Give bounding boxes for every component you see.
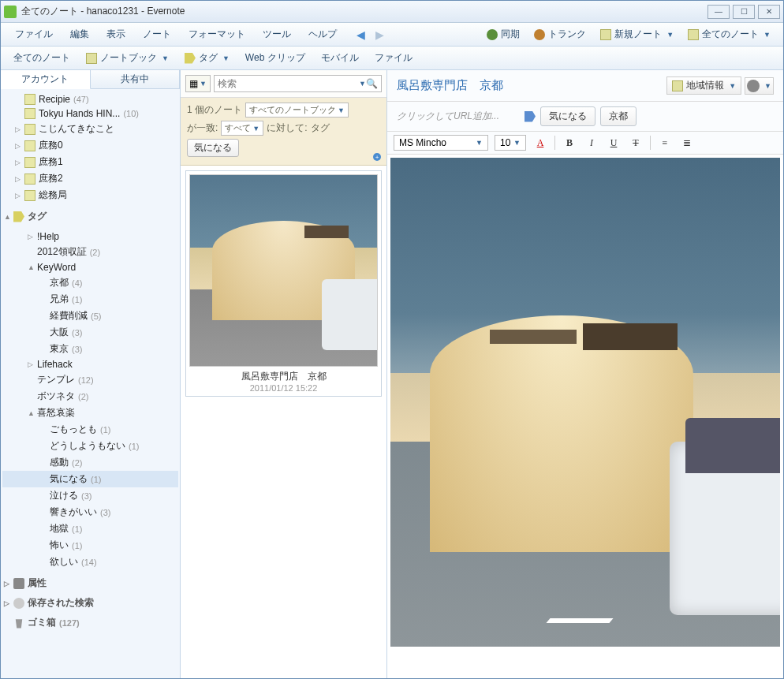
search-input[interactable]: ▼ 🔍 <box>214 75 382 92</box>
tag-item[interactable]: 感動(2) <box>2 454 178 471</box>
font-size-select[interactable]: 10▼ <box>495 135 526 151</box>
all-notes-icon <box>688 29 699 40</box>
menu-edit[interactable]: 編集 <box>62 25 97 43</box>
tag-item[interactable]: 泣ける(3) <box>2 487 178 504</box>
share-button[interactable]: ▼ <box>745 77 774 95</box>
tag-item[interactable]: どうしようもない(1) <box>2 438 178 454</box>
all-notes-button[interactable]: 全てのノート▼ <box>681 25 777 43</box>
tag-item[interactable]: ▲喜怒哀楽 <box>2 405 178 421</box>
notebook-icon <box>24 190 35 201</box>
filter-against-value: タグ <box>311 121 330 135</box>
menu-tools[interactable]: ツール <box>255 25 299 43</box>
font-family-select[interactable]: MS Mincho▼ <box>394 135 488 151</box>
tag-item[interactable]: ごもっとも(1) <box>2 421 178 438</box>
chevron-down-icon[interactable]: ▼ <box>359 80 366 88</box>
tag-item[interactable]: 大阪(3) <box>2 324 178 341</box>
notebook-item[interactable]: ▷総務局 <box>2 187 178 203</box>
note-list-panel: ▦▼ ▼ 🔍 1 個のノート すべてのノートブック▼ が一致: すべて▼ に対し… <box>181 70 387 678</box>
nav-back-icon[interactable]: ◀ <box>353 27 368 43</box>
tag-item[interactable]: ▲KeyWord <box>2 260 178 274</box>
note-tag-chip[interactable]: 気になる <box>540 106 595 126</box>
titlebar: 全てのノート - hanaco1231 - Evernote — ☐ ✕ <box>1 1 783 23</box>
globe-icon <box>747 80 760 92</box>
note-image <box>390 158 780 647</box>
note-title[interactable]: 風呂敷専門店 京都 <box>397 78 663 93</box>
notebook-icon <box>24 173 35 185</box>
filter-against-label: に対して: <box>267 121 307 135</box>
chevron-down-icon: ▼ <box>763 31 771 39</box>
section-tags[interactable]: ▲タグ <box>1 207 180 226</box>
align-button[interactable]: ≡ <box>657 135 673 151</box>
note-card-title: 風呂敷専門店 京都 <box>189 367 378 383</box>
filter-notebook[interactable]: ノートブック▼ <box>80 49 175 67</box>
tag-item[interactable]: 2012領収証(2) <box>2 244 178 260</box>
tab-shared[interactable]: 共有中 <box>91 70 181 88</box>
tag-item[interactable]: 兄弟(1) <box>2 291 178 308</box>
notebook-item[interactable]: ▷庶務0 <box>2 137 178 154</box>
notebook-selector[interactable]: 地域情報▼ <box>666 76 741 95</box>
notebook-item[interactable]: ▷庶務1 <box>2 154 178 170</box>
section-trash[interactable]: ゴミ箱(127) <box>1 613 180 632</box>
notebook-item[interactable]: Tokyu Hands HIN...(10) <box>2 106 178 121</box>
filter-tag-chip[interactable]: 気になる <box>187 139 239 157</box>
menu-help[interactable]: ヘルプ <box>301 25 345 43</box>
note-tag-chip[interactable]: 京都 <box>600 106 637 126</box>
tag-item[interactable]: テンプレ(12) <box>2 371 178 388</box>
note-card[interactable]: 風呂敷専門店 京都 2011/01/12 15:22 <box>185 170 382 397</box>
tag-item[interactable]: 響きがいい(3) <box>2 504 178 520</box>
tag-item[interactable]: 地獄(1) <box>2 520 178 537</box>
font-color-button[interactable]: A <box>532 135 548 151</box>
minimize-button[interactable]: — <box>707 5 730 19</box>
tag-item[interactable]: ボツネタ(2) <box>2 388 178 405</box>
filter-match-select[interactable]: すべて▼ <box>221 121 263 136</box>
tab-account[interactable]: アカウント <box>1 70 91 89</box>
url-field[interactable]: クリックしてURL追加... <box>397 110 499 123</box>
menu-file[interactable]: ファイル <box>7 25 61 43</box>
notebook-item[interactable]: ▷庶務2 <box>2 170 178 187</box>
note-body[interactable] <box>387 155 783 678</box>
close-button[interactable]: ✕ <box>758 5 780 19</box>
list-button[interactable]: ≣ <box>679 135 695 151</box>
bold-button[interactable]: B <box>562 135 577 151</box>
tag-item[interactable]: 気になる(1) <box>2 471 178 487</box>
filter-bar: 1 個のノート すべてのノートブック▼ が一致: すべて▼ に対して: タグ 気… <box>181 98 386 166</box>
filter-all-notes[interactable]: 全てのノート <box>7 49 77 67</box>
sync-button[interactable]: 同期 <box>480 25 526 43</box>
filter-file[interactable]: ファイル <box>368 49 419 67</box>
section-attributes[interactable]: ▷属性 <box>1 573 180 593</box>
sidebar: アカウント 共有中 Recipie(47)Tokyu Hands HIN...(… <box>1 70 181 678</box>
search-icon[interactable]: 🔍 <box>366 78 378 89</box>
underline-button[interactable]: U <box>606 135 622 151</box>
menu-view[interactable]: 表示 <box>99 25 133 43</box>
menu-format[interactable]: フォーマット <box>181 25 253 43</box>
svg-text:+: + <box>375 154 379 161</box>
menu-note[interactable]: ノート <box>135 25 179 43</box>
secondary-toolbar: 全てのノート ノートブック▼ タグ▼ Web クリップ モバイル ファイル <box>1 47 783 70</box>
filter-notebook-select[interactable]: すべてのノートブック▼ <box>245 103 349 118</box>
filter-webclip[interactable]: Web クリップ <box>239 49 312 67</box>
view-mode-button[interactable]: ▦▼ <box>185 75 211 92</box>
trunk-icon <box>534 29 545 40</box>
tag-item[interactable]: 欲しい(14) <box>2 554 178 570</box>
notebook-item[interactable]: ▷こじんてきなこと <box>2 121 178 137</box>
add-filter-icon[interactable]: + <box>369 149 382 162</box>
trunk-button[interactable]: トランク <box>528 25 592 43</box>
tag-item[interactable]: 京都(4) <box>2 274 178 291</box>
tag-item[interactable]: 経費削減(5) <box>2 308 178 324</box>
tag-item[interactable]: ▷Lifehack <box>2 357 178 371</box>
new-note-button[interactable]: 新規ノート▼ <box>594 25 680 43</box>
nav-forward-icon[interactable]: ▶ <box>371 27 387 43</box>
search-field[interactable] <box>218 78 357 89</box>
italic-button[interactable]: I <box>584 135 599 151</box>
filter-mobile[interactable]: モバイル <box>315 49 365 67</box>
section-saved-search[interactable]: ▷保存された検索 <box>1 593 180 613</box>
note-thumbnail <box>189 174 378 367</box>
notebook-icon <box>672 80 683 91</box>
filter-tag[interactable]: タグ▼ <box>178 49 236 67</box>
tag-item[interactable]: 東京(3) <box>2 341 178 357</box>
notebook-item[interactable]: Recipie(47) <box>2 92 178 106</box>
tag-item[interactable]: ▷!Help <box>2 229 178 244</box>
maximize-button[interactable]: ☐ <box>733 5 755 19</box>
strikethrough-button[interactable]: T <box>628 135 644 151</box>
tag-item[interactable]: 怖い(1) <box>2 537 178 554</box>
